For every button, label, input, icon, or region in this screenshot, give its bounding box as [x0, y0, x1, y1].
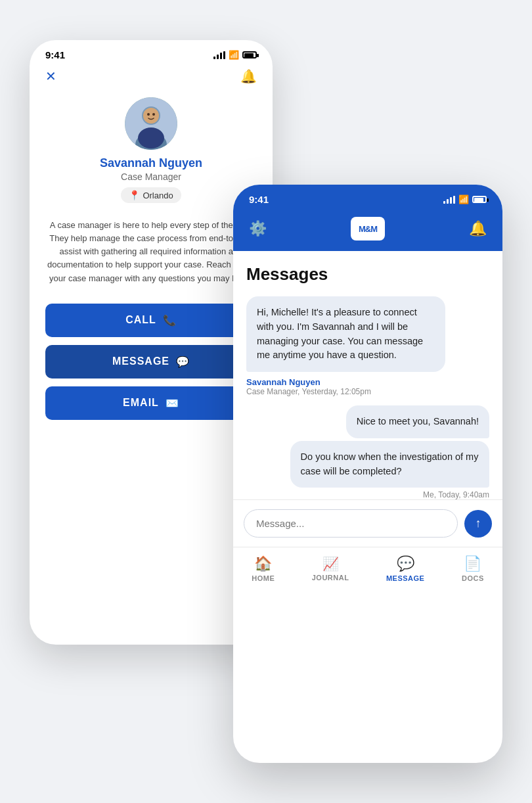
profile-role: Case Manager: [121, 172, 181, 182]
status-bar-front: 9:41 📶: [233, 185, 502, 212]
call-label: CALL: [125, 314, 156, 326]
status-bar-back: 9:41 📶: [30, 40, 273, 66]
status-icons-back: 📶: [213, 50, 257, 60]
notification-icon[interactable]: 🔔: [469, 220, 487, 237]
message-input[interactable]: [244, 509, 458, 538]
status-time-front: 9:41: [249, 194, 269, 205]
call-button[interactable]: CALL 📞: [45, 304, 257, 337]
messages-area: Messages Hi, Michelle! It's a pleasure t…: [233, 251, 502, 499]
email-icon: ✉️: [166, 397, 179, 409]
wifi-icon-back: 📶: [229, 50, 239, 60]
nav-item-journal[interactable]: 📈 JOURNAL: [312, 556, 349, 582]
status-icons-front: 📶: [443, 195, 487, 204]
message-button[interactable]: MESSAGE 💬: [45, 345, 257, 379]
nav-item-home[interactable]: 🏠 HOME: [252, 555, 275, 582]
journal-label: JOURNAL: [312, 574, 349, 582]
wifi-icon-front: 📶: [458, 195, 469, 204]
signal-bars-back: [213, 51, 225, 59]
battery-icon-back: [242, 51, 257, 58]
messages-phone: 9:41 📶 ⚙️ M&M 🔔: [233, 185, 502, 763]
page-title: Messages: [246, 264, 489, 285]
location-text: Orlando: [143, 191, 173, 200]
app-navbar: ⚙️ M&M 🔔: [233, 212, 502, 251]
sent-message-2: Do you know when the investigation of my…: [290, 441, 489, 488]
docs-label: DOCS: [462, 574, 484, 582]
sender-meta: Case Manager, Yesterday, 12:05pm: [246, 387, 489, 396]
battery-icon-front: [472, 196, 487, 203]
sender-name: Savannah Nguyen: [246, 377, 489, 387]
app-logo: M&M: [351, 217, 385, 241]
bell-icon[interactable]: 🔔: [240, 68, 257, 84]
sent-meta: Me, Today, 9:40am: [423, 490, 489, 499]
message-input-area: ↑: [233, 499, 502, 547]
profile-section: Savannah Nguyen Case Manager 📍 Orlando: [30, 87, 273, 211]
received-message-text: Hi, Michelle! It's a pleasure to connect…: [246, 296, 445, 372]
close-button[interactable]: ✕: [45, 68, 56, 84]
svg-point-4: [147, 113, 150, 116]
svg-point-6: [138, 127, 164, 149]
top-actions-back: ✕ 🔔: [30, 66, 273, 87]
email-label: EMAIL: [123, 397, 159, 409]
location-pin-icon: 📍: [129, 190, 140, 200]
send-button[interactable]: ↑: [464, 510, 492, 538]
phone-icon: 📞: [163, 314, 177, 327]
profile-name: Savannah Nguyen: [100, 156, 202, 170]
send-icon: ↑: [476, 516, 481, 530]
chat-icon: 💬: [176, 356, 190, 368]
home-icon: 🏠: [254, 555, 272, 572]
journal-icon: 📈: [322, 556, 339, 572]
home-label: HOME: [252, 574, 275, 582]
message-label: MESSAGE: [112, 356, 169, 367]
received-message-bubble: Hi, Michelle! It's a pleasure to connect…: [246, 296, 489, 396]
message-nav-label: MESSAGE: [386, 574, 425, 582]
docs-icon: 📄: [464, 555, 481, 572]
status-time-back: 9:41: [45, 49, 65, 60]
avatar: [125, 97, 177, 150]
message-nav-icon: 💬: [397, 555, 414, 572]
nav-item-message[interactable]: 💬 MESSAGE: [386, 555, 425, 582]
email-button[interactable]: EMAIL ✉️: [45, 386, 257, 420]
svg-point-5: [152, 113, 155, 116]
signal-bars-front: [443, 196, 455, 204]
sent-messages-group: Nice to meet you, Savannah! Do you know …: [246, 405, 489, 499]
svg-point-3: [143, 108, 159, 124]
settings-icon[interactable]: ⚙️: [249, 220, 267, 237]
nav-item-docs[interactable]: 📄 DOCS: [462, 555, 484, 582]
sent-message-1: Nice to meet you, Savannah!: [346, 405, 489, 438]
bottom-navigation: 🏠 HOME 📈 JOURNAL 💬 MESSAGE 📄 DOCS: [233, 547, 502, 594]
location-badge: 📍 Orlando: [121, 187, 181, 203]
